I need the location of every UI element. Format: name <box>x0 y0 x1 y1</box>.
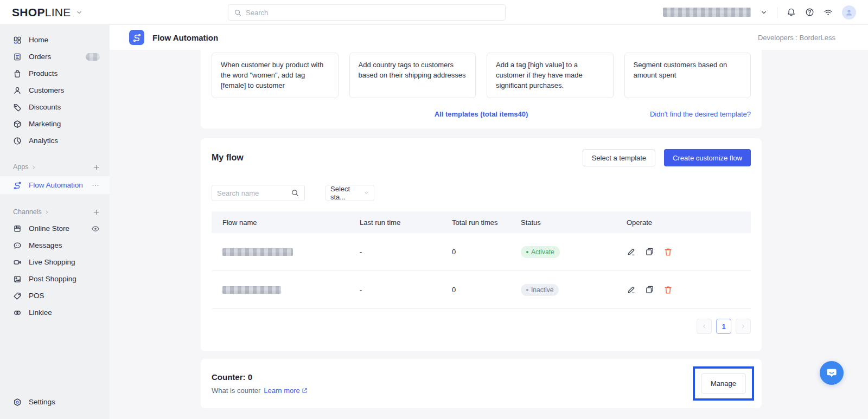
next-page-button[interactable] <box>736 319 751 334</box>
add-app-plus-icon[interactable] <box>93 164 100 171</box>
counter-section: Counter: 0 What is counter Learn more Ma… <box>201 359 762 408</box>
developer-context: Developers : BorderLess <box>758 34 835 42</box>
sidebar-item-analytics[interactable]: Analytics <box>0 132 110 149</box>
delete-trash-icon[interactable] <box>663 247 673 256</box>
column-header: Operate <box>627 218 751 227</box>
global-search <box>228 4 506 21</box>
sidebar-item-pos[interactable]: POS <box>0 287 110 304</box>
sidebar-item-customers[interactable]: Customers <box>0 82 110 99</box>
template-text: Segment customers based on amount spent <box>634 61 727 79</box>
column-header: Status <box>521 218 627 227</box>
status-filter-value: Select sta... <box>330 185 363 201</box>
account-chevron-down-icon[interactable] <box>760 9 768 16</box>
sidebar-item-label: Settings <box>29 398 55 406</box>
sidebar-item-label: Messages <box>29 241 62 249</box>
sidebar-item-post-shopping[interactable]: Post Shopping <box>0 270 110 287</box>
last-run-time-cell: - <box>360 248 452 256</box>
sidebar-item-label: Customers <box>29 86 64 94</box>
my-flow-section: My flow Select a template Create customi… <box>201 138 762 351</box>
counter-description: What is counter <box>212 386 260 395</box>
page-number-button[interactable]: 1 <box>716 319 731 334</box>
template-not-found-link[interactable]: Didn't find the desired template? <box>650 110 751 118</box>
orders-icon <box>13 53 22 61</box>
copy-icon[interactable] <box>645 285 654 294</box>
search-icon <box>234 9 242 17</box>
manage-button[interactable]: Manage <box>701 373 746 394</box>
sidebar-item-messages[interactable]: Messages <box>0 237 110 254</box>
sidebar-item-flow-automation[interactable]: Flow Automation <box>0 176 110 194</box>
post-shopping-image-icon <box>13 275 22 283</box>
sidebar-item-label: Home <box>29 36 48 44</box>
sidebar-item-label: Linkiee <box>29 308 52 317</box>
apps-section-label: Apps <box>13 163 29 171</box>
sidebar-item-home[interactable]: Home <box>0 31 110 48</box>
sidebar-item-label: Products <box>29 69 58 78</box>
sidebar-item-online-store[interactable]: Online Store <box>0 220 110 237</box>
add-channel-plus-icon[interactable] <box>93 209 100 216</box>
template-card[interactable]: Add a tag [high value] to a customer if … <box>487 53 614 98</box>
all-templates-link[interactable]: All templates (total items40) <box>435 110 528 118</box>
sidebar-item-label: POS <box>29 292 44 300</box>
sidebar-item-label: Flow Automation <box>29 181 83 189</box>
chevron-down-icon <box>363 190 369 196</box>
pagination: 1 <box>212 319 751 334</box>
sidebar-item-label: Orders <box>29 53 51 61</box>
orders-count-badge-blurred <box>86 53 100 61</box>
page-header: Flow Automation Developers : BorderLess <box>110 25 868 50</box>
last-run-time-cell: - <box>360 286 452 294</box>
settings-gear-icon <box>13 398 22 407</box>
copy-icon[interactable] <box>645 247 654 256</box>
sidebar-item-label: Marketing <box>29 120 61 128</box>
flow-name-search-input[interactable] <box>217 189 288 197</box>
sidebar-item-settings[interactable]: Settings <box>0 394 110 410</box>
support-chat-button[interactable] <box>820 361 844 385</box>
chevron-down-icon <box>75 9 83 16</box>
sidebar-item-discounts[interactable]: Discounts <box>0 99 110 115</box>
previous-page-button[interactable] <box>697 319 712 334</box>
column-header: Flow name <box>222 218 360 227</box>
shopline-logo-text: SHOPLINE <box>12 6 71 19</box>
flow-name-search <box>212 185 305 201</box>
learn-more-link[interactable]: Learn more <box>264 386 308 395</box>
sidebar-item-live-shopping[interactable]: Live Shopping <box>0 254 110 270</box>
shopline-logo[interactable]: SHOPLINE <box>12 6 83 19</box>
template-card[interactable]: Add country tags to customers based on t… <box>349 53 476 98</box>
edit-icon[interactable] <box>627 247 636 256</box>
template-card[interactable]: When customer buy product with the word … <box>212 53 339 98</box>
sidebar-item-label: Post Shopping <box>29 275 76 283</box>
status-dot <box>526 251 528 253</box>
help-icon[interactable] <box>805 8 814 17</box>
network-status-wifi-icon[interactable] <box>824 8 833 17</box>
user-avatar[interactable] <box>842 5 856 20</box>
sidebar-item-orders[interactable]: Orders <box>0 48 110 65</box>
create-customize-flow-button[interactable]: Create customize flow <box>664 149 751 166</box>
status-dot <box>526 289 528 291</box>
template-text: Add a tag [high value] to a customer if … <box>496 61 583 89</box>
sidebar-item-marketing[interactable]: Marketing <box>0 115 110 132</box>
flow-automation-icon <box>13 181 22 190</box>
online-store-icon <box>13 224 22 233</box>
sidebar-section-channels[interactable]: Channels <box>0 204 110 220</box>
more-options-icon[interactable] <box>91 181 100 190</box>
sidebar-section-apps[interactable]: Apps <box>0 159 110 175</box>
search-icon[interactable] <box>291 189 299 197</box>
linkiee-link-icon <box>13 308 22 317</box>
home-icon <box>13 36 22 44</box>
sidebar-item-products[interactable]: Products <box>0 65 110 82</box>
global-search-input[interactable] <box>246 9 500 17</box>
delete-trash-icon[interactable] <box>663 285 673 294</box>
pos-tag-icon <box>13 292 22 300</box>
table-row: - 0 Activate <box>212 233 751 271</box>
channels-section-label: Channels <box>13 208 42 216</box>
select-template-button[interactable]: Select a template <box>583 149 655 166</box>
live-shopping-camera-icon <box>13 258 22 267</box>
sidebar-item-linkiee[interactable]: Linkiee <box>0 304 110 321</box>
notifications-bell-icon[interactable] <box>787 8 796 17</box>
edit-icon[interactable] <box>627 285 636 294</box>
status-badge: Inactive <box>521 284 559 296</box>
visibility-eye-icon[interactable] <box>91 224 100 233</box>
template-card[interactable]: Segment customers based on amount spent <box>624 53 751 98</box>
my-flow-title: My flow <box>212 153 244 163</box>
external-link-icon <box>301 387 308 394</box>
status-filter-select[interactable]: Select sta... <box>326 185 374 201</box>
